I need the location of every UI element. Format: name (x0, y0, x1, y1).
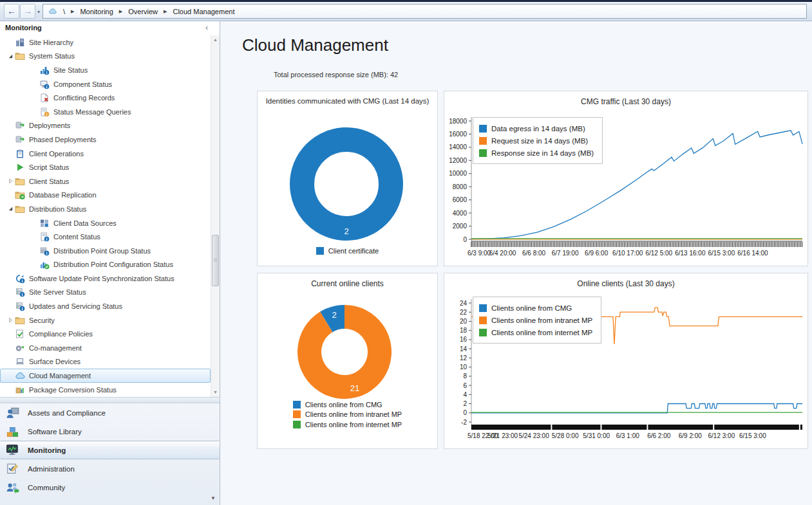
tree-item-phased-deployments[interactable]: Phased Deployments (0, 133, 211, 147)
tree-item-client-data-sources[interactable]: Client Data Sources (0, 216, 211, 230)
workspace-item-label: Administration (28, 465, 75, 473)
tree-item-distribution-point-group-status[interactable]: Distribution Point Group Status (0, 244, 211, 258)
workspace-options-chevron-icon[interactable]: ▼ (211, 495, 216, 501)
workspace-item-administration[interactable]: Administration (0, 459, 220, 478)
donut-chart: 2 (258, 91, 439, 267)
legend-item: Clients online from CMG (479, 302, 592, 314)
folder-icon (15, 176, 25, 187)
tree-item-label: Package Conversion Status (29, 386, 117, 394)
svg-text:6/9 6:00: 6/9 6:00 (585, 250, 609, 257)
tree-item-site-server-status[interactable]: Site Server Status (0, 286, 211, 300)
tree-item-label: Site Status (53, 66, 88, 74)
expanded-expander-icon[interactable] (6, 206, 15, 212)
svg-text:0: 0 (463, 409, 467, 416)
tree-item-label: Security (29, 317, 55, 324)
chart-legend: Clients online from CMGClients online fr… (473, 297, 601, 344)
tree-item-content-status[interactable]: Content Status (0, 230, 211, 244)
legend-swatch (479, 149, 487, 157)
svg-text:-2: -2 (461, 419, 467, 426)
script-status-icon (15, 162, 25, 172)
svg-text:5/24 23:00: 5/24 23:00 (518, 432, 549, 439)
tree-item-status-message-queries[interactable]: Status Message Queries (0, 105, 211, 119)
forward-button[interactable]: → (20, 4, 35, 19)
surface-devices-icon (15, 356, 25, 367)
tree-item-co-management[interactable]: Co-management (0, 341, 211, 355)
recent-locations-dropdown-icon[interactable]: ▾ (37, 9, 40, 15)
tree-item-distribution-status[interactable]: Distribution Status (0, 202, 211, 216)
breadcrumb-separator-icon: ▶ (119, 9, 122, 14)
workspace-item-assets-and-compliance[interactable]: Assets and Compliance (0, 403, 220, 422)
tree-item-conflicting-records[interactable]: Conflicting Records (0, 91, 211, 105)
tree-item-database-replication[interactable]: Database Replication (0, 188, 211, 203)
tree-item-label: Client Status (29, 178, 69, 185)
dp-config-status-icon (39, 259, 50, 270)
collapse-sidebar-button[interactable]: ‹ (205, 23, 208, 32)
svg-text:16: 16 (460, 336, 467, 343)
tree-item-site-status[interactable]: Site Status (0, 63, 211, 77)
legend-label: Request size in 14 days (MB) (491, 137, 588, 145)
scroll-down-icon[interactable]: ▼ (211, 388, 220, 397)
scroll-up-icon[interactable]: ▲ (211, 35, 220, 44)
workspace-item-monitoring[interactable]: Monitoring (0, 441, 220, 459)
site-hierarchy-icon (15, 37, 25, 48)
tree-item-site-hierarchy[interactable]: Site Hierarchy (0, 35, 211, 50)
legend-label: Clients online from internet MP (491, 329, 592, 336)
scrollbar-thumb[interactable] (212, 235, 219, 286)
tree-item-compliance-policies[interactable]: Compliance Policies (0, 327, 211, 341)
breadcrumb-item-monitoring[interactable]: Monitoring (80, 8, 113, 15)
tree-scrollbar[interactable]: ▲ ▼ (211, 35, 220, 397)
tree-item-deployments[interactable]: Deployments (0, 119, 211, 133)
tree-item-label: Co-management (29, 344, 82, 352)
breadcrumb-item-overview[interactable]: Overview (128, 8, 158, 15)
tree: Site HierarchySystem StatusSite StatusCo… (0, 35, 211, 397)
page-title: Cloud Management (242, 35, 388, 55)
tree-item-label: Software Update Point Synchronization St… (29, 275, 175, 282)
svg-text:10: 10 (460, 363, 467, 371)
expanded-expander-icon[interactable] (6, 53, 15, 59)
tree-item-surface-devices[interactable]: Surface Devices (0, 355, 211, 369)
database-replication-icon (15, 190, 25, 200)
tree-item-distribution-point-configuration-status[interactable]: Distribution Point Configuration Status (0, 258, 211, 272)
legend-label: Clients online from intranet MP (491, 317, 592, 324)
workspace-item-label: Assets and Compliance (28, 409, 106, 417)
workspace-splitter[interactable] (0, 397, 220, 403)
svg-text:18000: 18000 (449, 118, 467, 125)
tree-item-package-conversion-status[interactable]: Package Conversion Status (0, 383, 211, 397)
back-button[interactable]: ← (4, 4, 19, 19)
tree-item-label: Component Status (53, 80, 112, 88)
tree-item-script-status[interactable]: Script Status (0, 160, 211, 174)
workspace-item-community[interactable]: Community (0, 478, 220, 497)
tree-item-client-operations[interactable]: Client Operations (0, 147, 211, 161)
svg-text:4: 4 (463, 391, 467, 398)
tree-item-label: Surface Devices (29, 358, 80, 365)
breadcrumb-item-cloud-management[interactable]: Cloud Management (173, 8, 234, 15)
tree-item-software-update-point-synchronization-status[interactable]: Software Update Point Synchronization St… (0, 271, 211, 286)
svg-text:6/6 2:00: 6/6 2:00 (647, 432, 671, 439)
workspace-item-software-library[interactable]: Software Library (0, 422, 220, 441)
package-conversion-icon (15, 385, 25, 395)
tree-item-system-status[interactable]: System Status (0, 50, 211, 64)
breadcrumb[interactable]: \ ▶ Monitoring ▶ Overview ▶ Cloud Manage… (42, 4, 807, 19)
breadcrumb-root[interactable]: \ (63, 8, 65, 15)
updates-servicing-icon (15, 301, 25, 311)
tree-item-security[interactable]: Security (0, 313, 211, 327)
collapsed-expander-icon[interactable] (6, 317, 15, 323)
workspace-item-label: Software Library (28, 428, 82, 436)
tree-item-label: Deployments (29, 122, 70, 129)
tree-item-updates-and-servicing-status[interactable]: Updates and Servicing Status (0, 299, 211, 313)
sidebar-header: Monitoring (0, 21, 220, 35)
svg-text:24: 24 (460, 300, 467, 307)
tree-item-component-status[interactable]: Component Status (0, 77, 211, 91)
tree-item-client-status[interactable]: Client Status (0, 174, 211, 188)
tree-item-label: Compliance Policies (29, 330, 93, 338)
component-status-icon (39, 79, 50, 89)
svg-text:5/31 0:00: 5/31 0:00 (583, 432, 610, 439)
collapsed-expander-icon[interactable] (6, 178, 15, 184)
tree-item-cloud-management[interactable]: Cloud Management (0, 369, 211, 383)
cloud-management-icon (15, 371, 25, 381)
navigation-toolbar: ← → ▾ \ ▶ Monitoring ▶ Overview ▶ Cloud … (0, 2, 812, 21)
content-status-icon (39, 232, 50, 242)
tree-item-label: Script Status (29, 163, 69, 171)
svg-text:14000: 14000 (449, 143, 467, 151)
svg-text:2: 2 (463, 400, 467, 407)
